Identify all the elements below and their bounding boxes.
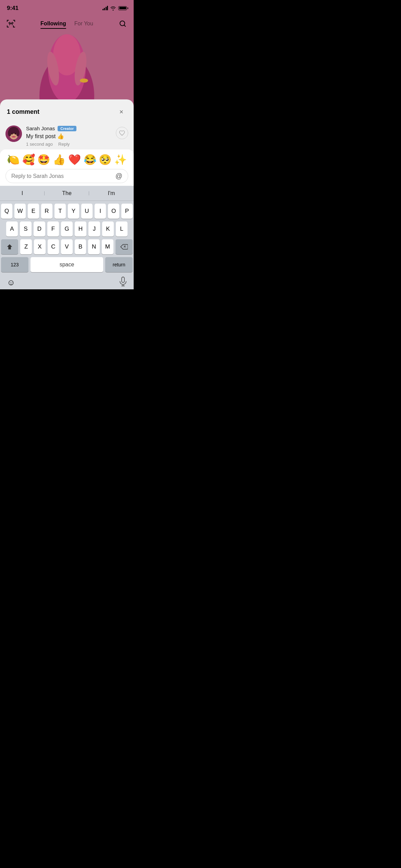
predictive-word-1[interactable]: I	[0, 190, 45, 196]
svg-point-8	[12, 22, 13, 24]
comment-text: My first post 👍	[26, 133, 112, 140]
avatar[interactable]	[5, 125, 22, 142]
avatar-image	[5, 125, 22, 142]
key-m[interactable]: M	[102, 239, 113, 254]
keyboard-area: I The I'm Q W E R T Y U I O P A S D F G …	[0, 186, 134, 289]
svg-point-14	[16, 130, 20, 136]
keyboard-row-2: A S D F G H J K L	[0, 219, 134, 237]
emoji-star-eyes[interactable]: 🤩	[37, 154, 50, 166]
reply-input[interactable]	[11, 173, 112, 179]
creator-badge: Creator	[58, 126, 76, 131]
emoji-keyboard-button[interactable]: ☺	[7, 278, 15, 287]
status-icons	[102, 6, 127, 11]
svg-point-17	[12, 136, 15, 137]
status-time: 9:41	[7, 5, 19, 12]
shift-key[interactable]	[1, 239, 18, 254]
svg-point-15	[11, 133, 13, 135]
svg-point-13	[8, 130, 11, 136]
key-i[interactable]: I	[95, 204, 106, 219]
svg-rect-18	[122, 277, 124, 282]
wifi-icon	[110, 6, 116, 11]
face-scan-icon[interactable]	[5, 18, 16, 29]
like-button[interactable]	[116, 127, 128, 139]
signal-icon	[102, 6, 108, 10]
battery-icon	[118, 6, 127, 10]
key-a[interactable]: A	[6, 221, 18, 237]
key-n[interactable]: N	[88, 239, 100, 254]
key-o[interactable]: O	[108, 204, 119, 219]
emoji-thumbs-up[interactable]: 👍	[53, 154, 65, 166]
key-h[interactable]: H	[75, 221, 86, 237]
key-u[interactable]: U	[81, 204, 93, 219]
top-nav: Following For You	[0, 16, 134, 31]
space-key[interactable]: space	[31, 257, 104, 272]
keyboard-row-1: Q W E R T Y U I O P	[0, 201, 134, 219]
emoji-lemon[interactable]: 🍋	[7, 154, 20, 166]
emoji-bar: 🍋 🥰 🤩 👍 ❤️ 😂 🥺 ✨	[5, 154, 128, 166]
backspace-key[interactable]	[116, 239, 133, 254]
key-e[interactable]: E	[28, 204, 39, 219]
emoji-hearts[interactable]: 🥰	[22, 154, 35, 166]
mention-button[interactable]: @	[116, 172, 122, 180]
emoji-heart[interactable]: ❤️	[68, 154, 81, 166]
reply-button[interactable]: Reply	[58, 142, 70, 147]
predictive-word-2[interactable]: The	[45, 190, 89, 196]
comments-header: 1 comment ×	[0, 99, 134, 123]
key-y[interactable]: Y	[68, 204, 79, 219]
microphone-button[interactable]	[119, 277, 127, 288]
comments-panel: 1 comment ×	[0, 99, 134, 289]
key-z[interactable]: Z	[20, 239, 32, 254]
key-l[interactable]: L	[116, 221, 127, 237]
emoji-pleading[interactable]: 🥺	[99, 154, 111, 166]
emoji-laugh-cry[interactable]: 😂	[84, 154, 96, 166]
keyboard-bottom-bar: ☺	[0, 275, 134, 289]
comment-author: Sarah Jonas	[26, 125, 55, 131]
key-v[interactable]: V	[61, 239, 73, 254]
key-p[interactable]: P	[121, 204, 133, 219]
key-f[interactable]: F	[47, 221, 59, 237]
nav-tabs: Following For You	[40, 21, 93, 27]
return-key[interactable]: return	[105, 257, 133, 272]
tab-following[interactable]: Following	[40, 21, 66, 27]
key-w[interactable]: W	[14, 204, 26, 219]
key-c[interactable]: C	[48, 239, 59, 254]
comment-content: Sarah Jonas Creator My first post 👍 1 se…	[26, 125, 112, 147]
search-button[interactable]	[117, 18, 128, 29]
tab-for-you[interactable]: For You	[74, 21, 93, 27]
key-x[interactable]: X	[34, 239, 46, 254]
key-g[interactable]: G	[61, 221, 73, 237]
emoji-input-area: 🍋 🥰 🤩 👍 ❤️ 😂 🥺 ✨ @	[0, 149, 134, 186]
key-r[interactable]: R	[41, 204, 52, 219]
key-t[interactable]: T	[54, 204, 66, 219]
status-bar: 9:41	[0, 0, 134, 16]
keyboard-row-3: Z X C V B N M	[0, 237, 134, 254]
emoji-sparkles[interactable]: ✨	[114, 154, 127, 166]
key-k[interactable]: K	[102, 221, 114, 237]
key-d[interactable]: D	[34, 221, 45, 237]
reply-input-row[interactable]: @	[5, 169, 128, 183]
key-b[interactable]: B	[75, 239, 86, 254]
predictive-bar: I The I'm	[0, 186, 134, 201]
svg-point-6	[80, 79, 88, 83]
close-button[interactable]: ×	[116, 106, 127, 117]
comment-meta: 1 second ago Reply	[26, 142, 112, 147]
svg-point-7	[9, 22, 10, 24]
comments-count: 1 comment	[7, 108, 39, 116]
comment-author-row: Sarah Jonas Creator	[26, 125, 112, 131]
svg-point-16	[15, 133, 16, 135]
comment-timestamp: 1 second ago	[26, 142, 53, 147]
key-q[interactable]: Q	[1, 204, 12, 219]
key-s[interactable]: S	[20, 221, 32, 237]
predictive-word-3[interactable]: I'm	[89, 190, 134, 196]
keyboard-row-4: 123 space return	[0, 254, 134, 275]
key-j[interactable]: J	[88, 221, 100, 237]
comment-item: Sarah Jonas Creator My first post 👍 1 se…	[0, 123, 134, 149]
numbers-key[interactable]: 123	[1, 257, 28, 272]
